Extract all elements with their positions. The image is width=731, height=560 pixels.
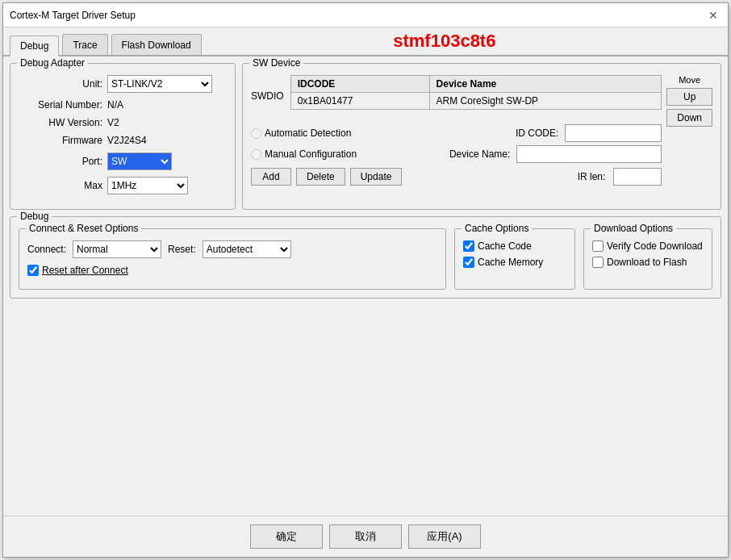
manual-config-label: Manual Configuration [265,148,357,160]
cache-code-label: Cache Code [478,240,532,252]
cache-memory-label: Cache Memory [478,257,543,268]
unit-select[interactable]: ST-LINK/V2 [107,75,212,93]
hw-version-row: HW Version: V2 [19,117,227,128]
id-code-input[interactable] [565,124,662,142]
unit-row: Unit: ST-LINK/V2 [19,75,227,93]
unit-label: Unit: [19,78,107,90]
verify-code-checkbox[interactable] [592,240,604,252]
reset-select[interactable]: Autodetect Software Hardware [203,240,291,258]
move-label: Move [666,75,712,85]
connect-label: Connect: [27,244,66,255]
firmware-value: V2J24S4 [107,135,147,146]
debug-section: Debug Connect & Reset Options Connect: N… [10,216,721,299]
cache-code-checkbox[interactable] [463,240,474,252]
sw-move-buttons: Move Up Down [666,75,712,186]
ir-len-input[interactable] [613,168,662,186]
manual-config-radio[interactable] [251,149,261,160]
id-code-label: ID CODE: [516,127,558,139]
update-button[interactable]: Update [350,168,403,186]
serial-label: Serial Number: [19,99,107,111]
add-button[interactable]: Add [251,168,291,186]
sw-device-title: SW Device [249,57,303,69]
max-select[interactable]: 1MHz 2MHz 4MHz [107,177,188,194]
auto-detection-row: Automatic Detection ID CODE: [251,124,662,142]
top-row: Debug Adapter Unit: ST-LINK/V2 Serial Nu… [10,63,721,210]
move-down-button[interactable]: Down [666,109,712,127]
device-name-header: Device Name [429,76,662,93]
tab-flash-download[interactable]: Flash Download [111,34,202,55]
firmware-row: Firmware V2J24S4 [19,135,227,146]
connect-reset-title: Connect & Reset Options [26,223,141,234]
close-button[interactable]: ✕ [705,7,721,23]
spacer [10,305,721,509]
ok-button[interactable]: 确定 [250,524,323,549]
debug-adapter-title: Debug Adapter [17,57,88,69]
connect-row: Connect: Normal with Pre-reset Under Res… [27,240,437,258]
main-window: Cortex-M Target Driver Setup ✕ Debug Tra… [2,2,729,558]
window-title: Cortex-M Target Driver Setup [10,10,136,21]
sw-action-row: Add Delete Update IR len: [251,168,662,186]
connect-select[interactable]: Normal with Pre-reset Under Reset [73,240,161,258]
reset-after-connect-label: Reset after Connect [42,265,128,276]
download-options-group: Download Options Verify Code Download Do… [583,228,712,290]
port-select[interactable]: SW JTAG [107,153,172,170]
apply-button[interactable]: 应用(A) [408,524,481,549]
sw-table-wrap: SWDIO IDCODE Device Name [251,75,662,186]
reset-label: Reset: [168,244,196,255]
device-name-cell: ARM CoreSight SW-DP [429,93,662,110]
firmware-label: Firmware [19,135,107,146]
manual-config-row: Manual Configuration Device Name: [251,145,662,163]
hw-version-label: HW Version: [19,117,107,128]
download-to-flash-row: Download to Flash [592,257,704,268]
table-row: 0x1BA01477 ARM CoreSight SW-DP [290,93,662,110]
main-content: Debug Adapter Unit: ST-LINK/V2 Serial Nu… [3,56,728,516]
debug-adapter-group: Debug Adapter Unit: ST-LINK/V2 Serial Nu… [10,63,236,210]
sw-device-inner: SWDIO IDCODE Device Name [251,75,712,186]
reset-after-connect-row: Reset after Connect [27,265,437,276]
ir-len-label: IR len: [578,171,606,182]
cache-options-group: Cache Options Cache Code Cache Memory [454,228,575,290]
port-row: Port: SW JTAG [19,153,227,170]
reset-after-connect-checkbox[interactable] [27,265,39,276]
device-name-label-field: Device Name: [449,148,510,160]
cache-code-row: Cache Code [463,240,566,252]
download-options-title: Download Options [591,223,676,234]
download-to-flash-checkbox[interactable] [592,257,604,268]
connect-reset-group: Connect & Reset Options Connect: Normal … [19,228,446,290]
port-label: Port: [19,156,107,167]
download-to-flash-label: Download to Flash [607,257,687,268]
verify-code-label: Verify Code Download [607,240,703,252]
debug-inner: Connect & Reset Options Connect: Normal … [19,228,712,290]
sw-device-table: IDCODE Device Name 0x1BA01477 ARM CoreSi… [290,75,662,110]
cache-memory-checkbox[interactable] [463,257,474,268]
delete-button[interactable]: Delete [296,168,345,186]
device-title: stmf103c8t6 [210,27,728,55]
tab-trace[interactable]: Trace [62,34,107,55]
max-row: Max 1MHz 2MHz 4MHz [19,177,227,194]
cache-options-title: Cache Options [462,223,532,234]
verify-code-row: Verify Code Download [592,240,704,252]
idcode-cell: 0x1BA01477 [290,93,429,110]
auto-detection-label: Automatic Detection [265,127,351,139]
debug-section-title: Debug [17,211,52,222]
swdio-label: SWDIO [251,90,284,102]
move-up-button[interactable]: Up [666,88,712,106]
footer: 确定 取消 应用(A) [3,516,728,557]
serial-value: N/A [107,99,123,111]
cache-memory-row: Cache Memory [463,257,566,268]
idcode-header: IDCODE [290,76,429,93]
tab-debug[interactable]: Debug [10,36,59,56]
hw-version-value: V2 [107,117,119,128]
device-name-input[interactable] [516,145,662,163]
auto-detection-radio[interactable] [251,128,261,139]
title-bar: Cortex-M Target Driver Setup ✕ [3,3,728,27]
sw-config-area: Automatic Detection ID CODE: Manual Conf… [251,124,662,186]
max-label: Max [19,180,107,191]
sw-device-group: SW Device SWDIO IDCODE Device Name [242,63,721,210]
cancel-button[interactable]: 取消 [329,524,402,549]
serial-row: Serial Number: N/A [19,99,227,111]
